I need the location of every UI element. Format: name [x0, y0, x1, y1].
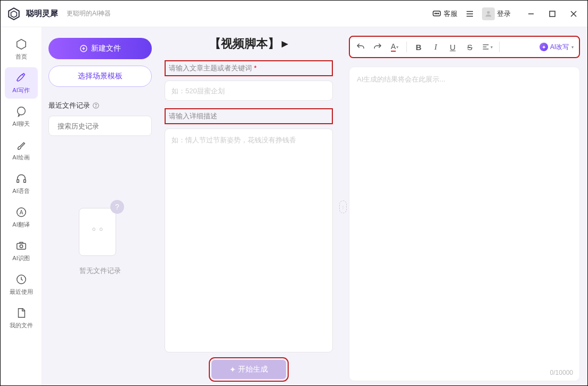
generate-wrap: ✦开始生成: [165, 352, 333, 386]
svg-text:A: A: [19, 210, 23, 215]
brush-icon: [15, 139, 28, 151]
nav-ai-drawing[interactable]: AI绘画: [5, 134, 38, 166]
help-icon[interactable]: [92, 102, 100, 109]
nav-label: AI翻译: [12, 221, 29, 229]
choose-template-button[interactable]: 选择场景模板: [48, 66, 152, 87]
main-layout: 首页 AI写作 AI聊天 AI绘画 AI语音 A AI翻译 AI识图 最近使用: [1, 27, 587, 386]
separator: [499, 42, 500, 52]
topic-label: 请输入文章主题或者关键词 *: [165, 60, 333, 76]
font-color-button[interactable]: A▾: [389, 42, 400, 52]
output-panel: A▾ B I U S ▾ ✦ AI改写 ▾ AI生成的结果将会在此展示... 0…: [347, 27, 587, 386]
svg-rect-9: [550, 11, 555, 17]
panel-divider: ⋮: [339, 27, 347, 386]
strike-button[interactable]: S: [464, 43, 475, 52]
svg-rect-14: [23, 180, 26, 183]
nav-label: 最近使用: [10, 288, 33, 296]
drag-handle[interactable]: ⋮: [339, 200, 347, 213]
chat-icon: [15, 105, 28, 118]
close-button[interactable]: [565, 6, 582, 21]
app-subtitle: 更聪明的AI神器: [67, 9, 111, 18]
empty-illustration: ° ° ?: [76, 200, 124, 259]
empty-text: 暂无文件记录: [79, 266, 121, 276]
svg-point-1: [435, 13, 436, 14]
customer-service-button[interactable]: 客服: [432, 9, 458, 19]
window-controls: [522, 6, 582, 21]
svg-rect-13: [17, 180, 19, 183]
nav-recent[interactable]: 最近使用: [5, 269, 38, 300]
app-logo-icon: [6, 6, 22, 22]
svg-point-3: [438, 13, 439, 14]
center-form: 【视频脚本】 ▶ 请输入文章主题或者关键词 * 请输入详细描述 ✦开始生成: [158, 27, 339, 386]
generate-button[interactable]: ✦开始生成: [211, 360, 286, 379]
history-search-input[interactable]: [58, 122, 147, 130]
nav-my-files[interactable]: 我的文件: [5, 302, 38, 334]
menu-button[interactable]: [465, 9, 475, 19]
nav-label: AI写作: [12, 86, 29, 94]
undo-button[interactable]: [355, 42, 366, 52]
nav-ai-voice[interactable]: AI语音: [5, 168, 38, 199]
nav-label: AI识图: [12, 254, 29, 262]
svg-point-2: [436, 13, 437, 14]
app-logo-block: 聪明灵犀 更聪明的AI神器: [6, 6, 111, 22]
minimize-button[interactable]: [522, 6, 540, 21]
nav-label: AI聊天: [12, 120, 29, 128]
choose-template-label: 选择场景模板: [78, 71, 123, 81]
svg-rect-17: [17, 243, 26, 249]
login-label: 登录: [497, 9, 511, 19]
output-textarea[interactable]: AI生成的结果将会在此展示... 0/10000: [349, 67, 580, 381]
new-file-label: 新建文件: [91, 44, 121, 53]
svg-point-7: [487, 11, 489, 13]
page-title: 【视频脚本】 ▶: [165, 36, 333, 52]
app-name: 聪明灵犀: [26, 9, 58, 19]
ai-rewrite-button[interactable]: ✦ AI改写 ▾: [540, 43, 574, 52]
home-icon: [15, 38, 28, 51]
align-button[interactable]: ▾: [481, 43, 493, 51]
nav-label: AI语音: [12, 187, 29, 195]
play-icon[interactable]: ▶: [282, 39, 288, 49]
nav-ai-writing[interactable]: AI写作: [5, 67, 38, 99]
login-button[interactable]: 登录: [482, 7, 511, 20]
translate-icon: A: [15, 206, 28, 219]
nav-ai-chat[interactable]: AI聊天: [5, 101, 38, 132]
svg-point-24: [96, 107, 96, 107]
svg-point-12: [17, 107, 25, 115]
underline-button[interactable]: U: [447, 43, 458, 52]
avatar-icon: [482, 7, 495, 20]
sparkle-icon: ✦: [540, 43, 548, 51]
char-counter: 0/10000: [550, 369, 573, 376]
pen-icon: [15, 71, 28, 84]
customer-service-label: 客服: [444, 9, 458, 19]
topic-input[interactable]: [165, 81, 333, 101]
titlebar: 聪明灵犀 更聪明的AI神器 客服 登录: [1, 1, 587, 27]
file-icon: [15, 307, 28, 319]
nav-label: AI绘画: [12, 154, 29, 162]
output-placeholder: AI生成的结果将会在此展示...: [357, 75, 572, 84]
new-file-button[interactable]: 新建文件: [48, 38, 152, 59]
recent-files-label: 最近文件记录: [48, 101, 152, 110]
bold-button[interactable]: B: [413, 43, 424, 52]
redo-button[interactable]: [372, 42, 383, 52]
maximize-button[interactable]: [544, 6, 561, 21]
left-nav: 首页 AI写作 AI聊天 AI绘画 AI语音 A AI翻译 AI识图 最近使用: [1, 27, 42, 386]
italic-button[interactable]: I: [430, 43, 441, 52]
separator: [406, 42, 407, 52]
desc-label: 请输入详细描述: [165, 108, 333, 124]
nav-ai-translate[interactable]: A AI翻译: [5, 202, 38, 233]
empty-state: ° ° ? 暂无文件记录: [48, 200, 152, 276]
editor-toolbar: A▾ B I U S ▾ ✦ AI改写 ▾: [349, 36, 580, 58]
desc-textarea[interactable]: [165, 128, 333, 352]
file-panel: 新建文件 选择场景模板 最近文件记录 ° ° ? 暂无文件记录: [42, 27, 158, 386]
nav-ai-image-rec[interactable]: AI识图: [5, 235, 38, 267]
nav-label: 我的文件: [10, 321, 33, 329]
history-search[interactable]: [48, 116, 152, 136]
nav-home[interactable]: 首页: [5, 34, 38, 65]
titlebar-right: 客服 登录: [432, 6, 582, 21]
headphone-icon: [15, 172, 28, 185]
image-icon: [15, 239, 28, 252]
nav-label: 首页: [15, 53, 27, 61]
svg-point-18: [20, 245, 23, 248]
clock-icon: [15, 273, 28, 286]
